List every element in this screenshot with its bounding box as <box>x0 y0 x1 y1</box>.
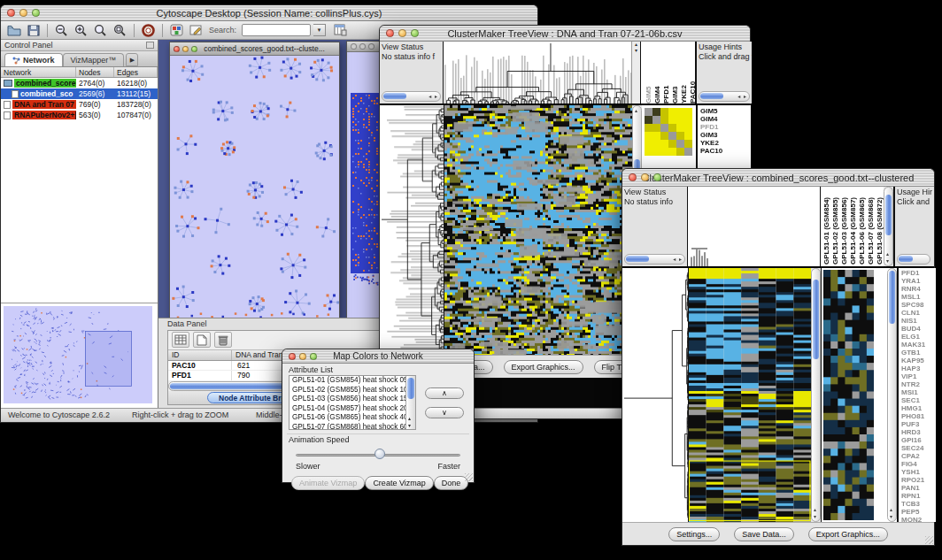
table-row[interactable]: RNAPuberNov2+| 563(0) 107847(0) <box>1 110 158 120</box>
gene-label[interactable]: RNR4 <box>901 285 936 293</box>
column-label[interactable]: PAC10 <box>689 43 698 104</box>
close-icon[interactable] <box>629 173 637 181</box>
row-label[interactable]: YKE2 <box>700 139 751 147</box>
zoom-window-icon[interactable] <box>368 43 374 50</box>
annotation-icon[interactable] <box>188 22 205 38</box>
close-icon[interactable] <box>289 353 296 360</box>
column-label[interactable]: GIM3 <box>671 43 680 104</box>
scrollbar-thumb[interactable] <box>383 93 406 99</box>
treeview1-title-bar[interactable]: ClusterMaker TreeView : DNA and Tran 07-… <box>380 26 750 42</box>
column-label[interactable]: GPL51-04 (GSM857) <box>849 188 858 265</box>
heatmap-canvas[interactable] <box>444 105 632 355</box>
slider-thumb[interactable] <box>374 449 385 459</box>
list-item[interactable]: GPL51-03 (GSM856) heat shock 15 min <box>292 395 405 404</box>
gene-label[interactable]: CPA2 <box>901 452 936 460</box>
birds-eye-view[interactable] <box>1 303 158 408</box>
gene-label[interactable]: HAP3 <box>901 364 936 372</box>
delete-attribute-icon[interactable] <box>214 332 232 348</box>
gene-label[interactable]: VIP1 <box>901 372 936 380</box>
column-label[interactable]: GPL51-02 (GSM855) <box>831 188 840 265</box>
gene-label[interactable]: MSI1 <box>901 388 936 396</box>
animate-vizmap-button[interactable]: Animate Vizmap <box>291 476 365 490</box>
usage-hints-hscrollbar[interactable]: ◂ ▸ <box>699 91 750 102</box>
move-up-button[interactable]: ∧ <box>425 387 464 399</box>
tab-network[interactable]: Network <box>4 53 63 66</box>
zoom-heatmap-canvas[interactable] <box>823 270 876 520</box>
heatmap-canvas[interactable] <box>689 268 811 522</box>
gene-label[interactable]: HRD3 <box>901 428 936 436</box>
gene-label[interactable]: YRA1 <box>901 277 936 285</box>
scrollbar-thumb[interactable] <box>700 93 723 99</box>
list-item[interactable]: GPL51-04 (GSM857) heat shock 20 min <box>292 404 405 414</box>
table-row[interactable]: DNA and Tran 07 769(0) 183728(0) <box>1 99 158 110</box>
scrollbar-thumb[interactable] <box>899 256 913 262</box>
zoom-fit-icon[interactable] <box>92 22 109 38</box>
resize-grip[interactable] <box>465 473 473 481</box>
scrollbar-thumb[interactable] <box>813 280 819 359</box>
close-icon[interactable] <box>7 9 15 17</box>
row-dendrogram-canvas[interactable] <box>622 268 689 522</box>
list-item[interactable]: GPL51-01 (GSM854) heat shock 05 min <box>292 376 405 386</box>
column-dendrogram-canvas[interactable] <box>688 187 820 266</box>
zoom-window-icon[interactable] <box>653 173 661 181</box>
animation-speed-slider[interactable] <box>296 448 460 462</box>
list-item[interactable]: GPL51-07 (GSM868) heat shock 60 min <box>292 423 405 430</box>
gene-label[interactable]: SPC98 <box>901 301 936 309</box>
scrollbar-thumb[interactable] <box>407 378 414 399</box>
scrollbar-thumb[interactable] <box>626 256 649 262</box>
gene-label[interactable]: PUF3 <box>901 420 936 428</box>
minimize-icon[interactable] <box>182 46 189 52</box>
column-label[interactable]: GIM5 <box>645 43 653 104</box>
help-lifering-icon[interactable] <box>140 22 157 38</box>
treeview-button[interactable]: Export Graphics... <box>504 360 583 374</box>
view-status-hscrollbar[interactable]: ◂ ▸ <box>382 91 441 102</box>
scrollbar-thumb[interactable] <box>885 195 892 235</box>
column-label[interactable]: PFD1 <box>662 43 671 104</box>
column-label[interactable]: GPL51-06 (GSM865) <box>858 188 867 265</box>
gene-label[interactable]: PFD1 <box>901 269 936 277</box>
gene-label[interactable]: MON2 <box>901 516 936 522</box>
birds-eye-canvas[interactable] <box>4 306 152 403</box>
gene-label[interactable]: GPI16 <box>901 436 936 444</box>
attribute-browser-icon[interactable] <box>332 22 349 38</box>
gene-label[interactable]: GTB1 <box>901 349 936 357</box>
zoom-in-icon[interactable] <box>73 22 89 38</box>
minimize-icon[interactable] <box>398 29 406 37</box>
row-label[interactable]: GIM4 <box>700 115 751 123</box>
gene-label[interactable]: HMG1 <box>901 404 936 412</box>
attribute-list[interactable]: GPL51-01 (GSM854) heat shock 05 minGPL51… <box>289 375 416 430</box>
gene-label[interactable]: RPN1 <box>901 492 936 500</box>
usage-hints-hscrollbar[interactable] <box>897 254 930 265</box>
gene-label[interactable]: PEP5 <box>901 508 936 516</box>
main-title-bar[interactable]: Cytoscape Desktop (Session Name: collins… <box>1 5 537 21</box>
treeview-button[interactable]: Settings... <box>668 527 720 541</box>
table-row[interactable]: combined_scores 2764(0) 16218(0) <box>1 78 158 88</box>
resize-grip[interactable] <box>925 536 933 544</box>
gene-label[interactable]: MSL1 <box>901 293 936 301</box>
close-icon[interactable] <box>351 43 357 50</box>
row-label[interactable]: PAC10 <box>700 147 751 155</box>
column-label[interactable]: GPL51-07 (GSM868) <box>867 188 876 265</box>
column-labels-vscrollbar[interactable]: ▴▾ <box>884 187 893 266</box>
column-dendrogram-canvas[interactable] <box>444 42 631 104</box>
gene-label[interactable]: FIG4 <box>901 460 936 468</box>
treeview2-title-bar[interactable]: ClusterMaker TreeView : combined_scores_… <box>622 169 934 187</box>
zoom-selected-icon[interactable] <box>112 22 128 38</box>
gene-label[interactable]: CLN1 <box>901 309 936 317</box>
gene-label[interactable]: PHO81 <box>901 412 936 420</box>
gene-label[interactable]: NTR2 <box>901 380 936 388</box>
view-status-hscrollbar[interactable]: ◂ ▸ <box>624 254 685 265</box>
float-panel-icon[interactable] <box>146 42 154 49</box>
treeview-button[interactable]: Export Graphics... <box>808 527 888 541</box>
heatmap-vscrollbar[interactable]: ▴▾ <box>811 268 821 522</box>
list-item[interactable]: GPL51-06 (GSM865) heat shock 40 min <box>292 413 405 423</box>
row-dendrogram-canvas[interactable] <box>380 105 444 355</box>
list-item[interactable]: GPL51-02 (GSM855) heat shock 10 min <box>292 386 405 395</box>
zoom-matrix-canvas[interactable] <box>645 108 692 156</box>
new-attribute-icon[interactable] <box>193 332 211 348</box>
gene-label[interactable]: YSH1 <box>901 468 936 476</box>
create-vizmap-button[interactable]: Create Vizmap <box>365 476 433 490</box>
minimize-icon[interactable] <box>359 43 366 50</box>
zoom-heatmap-vscrollbar[interactable]: ▴▾ <box>887 268 897 522</box>
zoom-window-icon[interactable] <box>191 46 197 52</box>
